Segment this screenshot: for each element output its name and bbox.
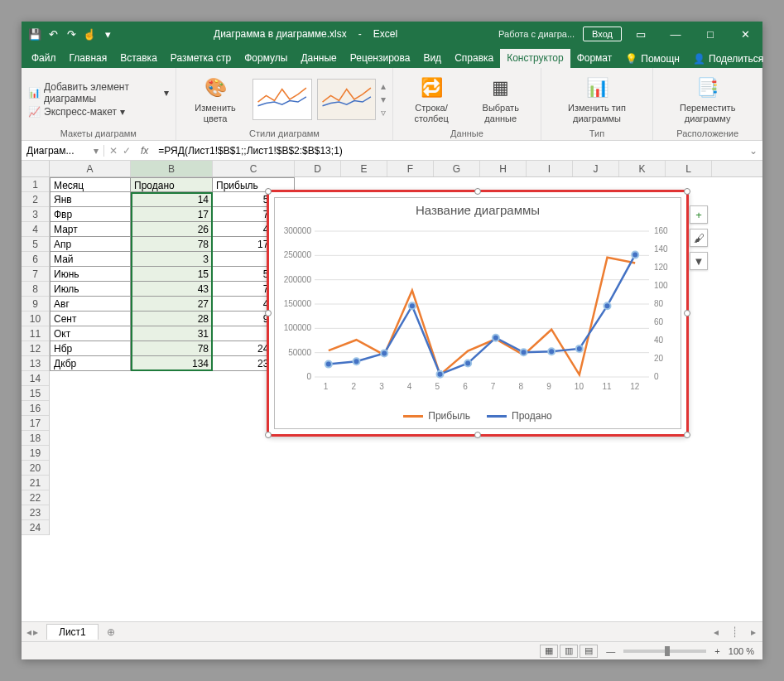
- chart-plot-area[interactable]: 0500001000001500002000002500003000000204…: [315, 231, 649, 377]
- tab-вставка[interactable]: Вставка: [113, 49, 164, 68]
- touch-mode-icon[interactable]: ☝: [83, 27, 96, 41]
- tell-me-button[interactable]: 💡 Помощн: [618, 50, 686, 68]
- cell[interactable]: Сент: [50, 312, 131, 326]
- new-sheet-button[interactable]: ⊕: [99, 626, 123, 638]
- style-scroll-up-icon[interactable]: ▴: [381, 80, 386, 92]
- row-header[interactable]: 2: [22, 192, 49, 207]
- column-header[interactable]: D: [295, 161, 341, 176]
- tab-формулы[interactable]: Формулы: [238, 49, 294, 68]
- row-header[interactable]: 14: [22, 371, 49, 386]
- cell[interactable]: Дкбр: [50, 356, 131, 371]
- cell[interactable]: 134: [131, 356, 213, 371]
- tab-данные[interactable]: Данные: [294, 49, 343, 68]
- zoom-slider[interactable]: [623, 650, 706, 653]
- sheet-nav-next-icon[interactable]: ▸: [33, 626, 38, 638]
- formula-input[interactable]: =РЯД(Лист1!$B$1;;Лист1!$B$2:$B$13;1): [153, 145, 744, 157]
- close-button[interactable]: ✕: [729, 22, 761, 46]
- cell[interactable]: Окт: [50, 326, 131, 341]
- sign-in-button[interactable]: Вход: [583, 27, 622, 41]
- sheet-split-icon[interactable]: ┊: [725, 626, 744, 638]
- row-header[interactable]: 5: [22, 237, 49, 252]
- cell[interactable]: 31: [131, 326, 213, 341]
- column-headers[interactable]: ABCDEFGHIJKL: [50, 161, 762, 177]
- normal-view-button[interactable]: ▦: [540, 645, 558, 658]
- switch-row-column-button[interactable]: 🔁Строка/столбец: [400, 73, 462, 124]
- chart-filters-button[interactable]: ▼: [690, 252, 708, 270]
- cell[interactable]: 28: [131, 312, 213, 326]
- row-header[interactable]: 12: [22, 341, 49, 356]
- cell[interactable]: 15: [131, 267, 213, 282]
- tab-формат[interactable]: Формат: [570, 49, 619, 68]
- row-header[interactable]: 6: [22, 252, 49, 267]
- row-header[interactable]: 17: [22, 416, 49, 431]
- quick-layout-button[interactable]: 📈Экспресс-макет ▾: [28, 106, 169, 118]
- cell[interactable]: Нбр: [50, 341, 131, 356]
- worksheet-grid[interactable]: ABCDEFGHIJKL 123456789101112131415161718…: [22, 161, 762, 621]
- row-header[interactable]: 24: [22, 520, 49, 535]
- cell[interactable]: Янв: [50, 192, 131, 207]
- column-header[interactable]: I: [527, 161, 573, 176]
- column-header[interactable]: F: [387, 161, 434, 176]
- column-header[interactable]: H: [480, 161, 527, 176]
- save-icon[interactable]: 💾: [28, 27, 41, 41]
- add-chart-element-button[interactable]: 📊Добавить элемент диаграммы ▾: [28, 81, 169, 104]
- change-colors-button[interactable]: 🎨 Изменить цвета: [183, 73, 248, 124]
- page-layout-view-button[interactable]: ▥: [560, 645, 578, 658]
- sheet-scroll-right-icon[interactable]: ▸: [744, 626, 762, 638]
- select-all-button[interactable]: [22, 161, 50, 177]
- zoom-in-button[interactable]: +: [714, 646, 719, 656]
- row-header[interactable]: 16: [22, 401, 49, 416]
- row-header[interactable]: 3: [22, 207, 49, 222]
- tab-главная[interactable]: Главная: [63, 49, 114, 68]
- sheet-nav-prev-icon[interactable]: ◂: [26, 626, 31, 638]
- column-header[interactable]: G: [434, 161, 480, 176]
- style-scroll-down-icon[interactable]: ▾: [381, 94, 386, 105]
- undo-icon[interactable]: ↶: [46, 27, 60, 41]
- column-header[interactable]: B: [131, 161, 213, 176]
- cell[interactable]: Май: [50, 252, 131, 267]
- sheet-scroll-left-icon[interactable]: ◂: [707, 626, 725, 638]
- cell[interactable]: 43: [131, 282, 213, 297]
- select-data-button[interactable]: ▦Выбрать данные: [468, 73, 534, 124]
- ribbon-options-icon[interactable]: ▭: [625, 22, 657, 46]
- move-chart-button[interactable]: 📑Переместить диаграмму: [660, 73, 755, 124]
- row-header[interactable]: 8: [22, 282, 49, 297]
- cell[interactable]: 3: [131, 252, 213, 267]
- row-header[interactable]: 21: [22, 476, 49, 490]
- row-header[interactable]: 11: [22, 326, 49, 341]
- change-chart-type-button[interactable]: 📊Изменить тип диаграммы: [548, 73, 647, 124]
- chart-styles-button[interactable]: 🖌: [690, 229, 708, 247]
- chart-elements-button[interactable]: +: [690, 205, 708, 224]
- column-header[interactable]: K: [619, 161, 666, 176]
- cell[interactable]: Июнь: [50, 267, 131, 282]
- tab-файл[interactable]: Файл: [25, 49, 63, 68]
- formula-expand-icon[interactable]: ⌄: [744, 145, 762, 157]
- name-box[interactable]: Диаграм...▾: [22, 145, 104, 157]
- qat-dropdown-icon[interactable]: ▾: [101, 27, 114, 41]
- cell[interactable]: 78: [131, 341, 213, 356]
- tab-конструктор[interactable]: Конструктор: [500, 49, 570, 68]
- maximize-button[interactable]: □: [695, 22, 726, 46]
- row-header[interactable]: 19: [22, 446, 49, 461]
- column-header[interactable]: J: [573, 161, 619, 176]
- chart-title[interactable]: Название диаграммы: [275, 198, 681, 219]
- row-header[interactable]: 10: [22, 312, 49, 326]
- redo-icon[interactable]: ↷: [65, 27, 78, 41]
- row-header[interactable]: 20: [22, 461, 49, 476]
- column-header[interactable]: A: [50, 161, 131, 176]
- tab-разметка стр[interactable]: Разметка стр: [164, 49, 238, 68]
- chart-style-1[interactable]: [253, 79, 311, 120]
- cell[interactable]: 26: [131, 222, 213, 237]
- cell[interactable]: 78: [131, 237, 213, 252]
- minimize-button[interactable]: —: [660, 22, 691, 46]
- cell[interactable]: Март: [50, 222, 131, 237]
- share-button[interactable]: 👤 Поделиться: [686, 50, 770, 68]
- cell[interactable]: Продано: [131, 177, 213, 192]
- cell[interactable]: Апр: [50, 237, 131, 252]
- row-header[interactable]: 18: [22, 431, 49, 446]
- enter-formula-icon[interactable]: ✓: [123, 145, 131, 157]
- row-header[interactable]: 9: [22, 297, 49, 312]
- row-header[interactable]: 15: [22, 386, 49, 401]
- page-break-view-button[interactable]: ▤: [580, 645, 598, 658]
- cell[interactable]: 27: [131, 297, 213, 312]
